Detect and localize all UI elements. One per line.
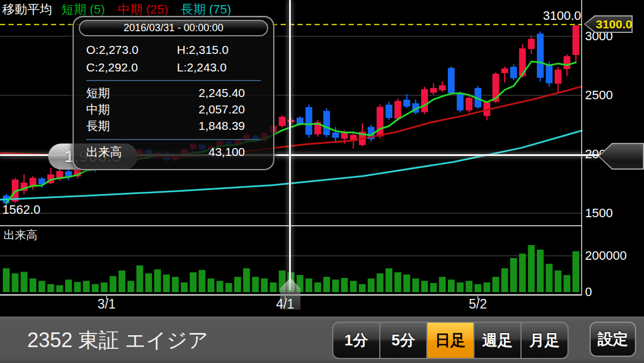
timeframe-button-5分[interactable]: 5分 <box>380 323 426 358</box>
tooltip-ma-short-row: 短期 2,245.40 <box>86 85 261 101</box>
stock-title: 2352 東証 エイジア <box>27 327 209 354</box>
tooltip-volume-row: 出来高 43,100 <box>86 143 261 160</box>
tooltip-close: C:2,292.0 <box>86 60 177 75</box>
high-price-tag[interactable]: 3100.0 <box>584 15 633 33</box>
ma-long-value: 1,848.39 <box>198 117 245 134</box>
tooltip-ma-long-row: 長期 1,848.39 <box>86 117 261 134</box>
legend-item-mid: 中期 (25) <box>117 2 168 16</box>
tooltip-divider <box>86 139 261 140</box>
volume-label: 出来高 <box>86 143 122 160</box>
timeframe-button-日足[interactable]: 日足 <box>427 323 473 358</box>
ohlc-tooltip: 2016/03/31 - 00:00:00 O:2,273.0 H:2,315.… <box>73 16 274 170</box>
tooltip-divider <box>86 80 261 81</box>
tag-face <box>599 144 643 168</box>
stock-chart-app: 移動平均 短期 (5) 中期 (25) 長期 (75) 3100.0 1562.… <box>0 0 644 363</box>
timeframe-button-月足[interactable]: 月足 <box>522 323 567 358</box>
timeframe-segmented-control: 1分5分日足週足月足 <box>332 322 569 359</box>
bottom-toolbar: 2352 東証 エイジア 1分5分日足週足月足 設定 <box>0 316 644 363</box>
stock-exchange: 東証 <box>78 328 119 352</box>
ma-long-label: 長期 <box>86 117 110 134</box>
ma-short-value: 2,245.40 <box>198 85 245 101</box>
tooltip-ma-mid-row: 中期 2,057.20 <box>86 101 261 117</box>
stock-name: エイジア <box>125 328 208 352</box>
tooltip-date: 2016/03/31 - 00:00:00 <box>79 20 268 36</box>
volume-pane-label: 出来高 <box>3 227 37 243</box>
tooltip-low: L:2,243.0 <box>177 60 261 75</box>
tooltip-open: O:2,273.0 <box>86 42 177 57</box>
settings-button[interactable]: 設定 <box>590 322 636 357</box>
legend-item-long: 長期 (75) <box>181 2 231 16</box>
chart-low-label: 1562.0 <box>2 202 40 217</box>
ma-short-label: 短期 <box>86 85 110 101</box>
ma-mid-label: 中期 <box>86 101 110 117</box>
tooltip-body: O:2,273.0 H:2,315.0 C:2,292.0 L:2,243.0 … <box>74 36 273 160</box>
legend-title: 移動平均 <box>2 2 52 16</box>
crosshair-horizontal-handle[interactable] <box>598 143 644 170</box>
timeframe-button-1分[interactable]: 1分 <box>333 323 379 358</box>
legend-item-short: 短期 (5) <box>61 2 105 16</box>
ma-mid-value: 2,057.20 <box>198 101 245 117</box>
stock-code: 2352 <box>27 328 73 352</box>
chart-high-label: 3100.0 <box>530 9 581 23</box>
volume-value: 43,100 <box>209 143 245 160</box>
tooltip-ohlc: O:2,273.0 H:2,315.0 C:2,292.0 L:2,243.0 <box>86 42 261 75</box>
tooltip-high: H:2,315.0 <box>177 42 261 57</box>
crosshair-vertical-line[interactable] <box>289 0 291 290</box>
timeframe-button-週足[interactable]: 週足 <box>474 323 520 358</box>
